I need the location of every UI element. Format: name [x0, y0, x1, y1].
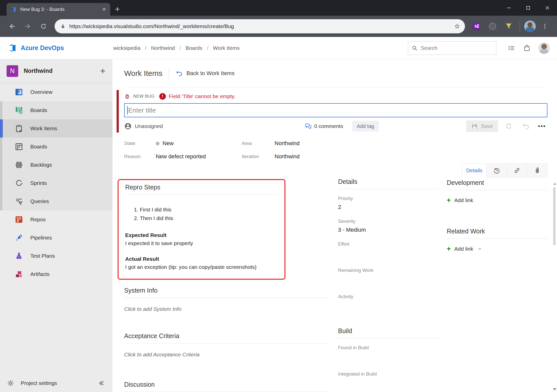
- undo-back-icon: [176, 70, 183, 77]
- back-to-work-items-link[interactable]: Back to Work Items: [176, 70, 234, 77]
- links-icon: [513, 167, 521, 174]
- expected-result-text[interactable]: I expected it to save properly: [125, 240, 278, 246]
- scrollbar-thumb[interactable]: [553, 187, 555, 245]
- title-input[interactable]: [124, 103, 547, 117]
- severity-label: Severity: [338, 219, 438, 224]
- sidebar-item-pipelines[interactable]: Pipelines: [0, 229, 113, 247]
- sidebar: N Northwind + Overview Boards Work Items: [0, 59, 113, 392]
- details-title: Details: [338, 178, 438, 189]
- url-text[interactable]: https://wicksipedia.visualstudio.com/Nor…: [69, 23, 450, 29]
- browser-tab[interactable]: New Bug 3: - Boards ✕: [7, 3, 110, 16]
- tab-attachments[interactable]: [527, 163, 547, 178]
- collapse-icon[interactable]: [97, 379, 105, 387]
- scroll-up-icon[interactable]: [553, 183, 556, 185]
- browser-titlebar: New Bug 3: - Boards ✕ +: [0, 0, 557, 16]
- area-value[interactable]: Northwind: [275, 140, 547, 147]
- artifacts-icon: [15, 270, 23, 278]
- scroll-down-icon[interactable]: [553, 388, 556, 390]
- sidebar-item-test-plans[interactable]: Test Plans: [0, 247, 113, 265]
- reason-value[interactable]: New defect reported: [156, 153, 242, 160]
- bookmark-star-icon[interactable]: [454, 23, 460, 30]
- breadcrumb-work-items[interactable]: Work Items: [213, 45, 240, 51]
- iteration-value[interactable]: Northwind: [275, 153, 547, 160]
- azure-devops-logo-icon: [7, 43, 17, 53]
- tab-close-icon[interactable]: ✕: [102, 7, 106, 12]
- found-in-build-value[interactable]: [338, 353, 438, 365]
- maximize-icon[interactable]: [519, 0, 538, 16]
- error-icon: !: [159, 93, 166, 100]
- back-icon[interactable]: [6, 20, 19, 33]
- comments-button[interactable]: 0 comments: [305, 123, 343, 130]
- test-plans-icon: [15, 252, 23, 260]
- history-icon: [493, 167, 501, 174]
- repro-steps-list[interactable]: First I did this Then I did this: [133, 205, 278, 223]
- add-tag-button[interactable]: Add tag: [352, 121, 379, 132]
- breadcrumb-boards[interactable]: Boards: [186, 45, 203, 51]
- url-bar[interactable]: https://wicksipedia.visualstudio.com/Nor…: [55, 19, 465, 33]
- priority-value[interactable]: 2: [338, 204, 438, 212]
- tab-history[interactable]: [487, 163, 507, 178]
- onenote-extension-icon[interactable]: N: [470, 19, 483, 33]
- browser-avatar[interactable]: [524, 20, 536, 32]
- form-scrollbar[interactable]: [552, 183, 556, 390]
- boards-icon: [15, 142, 23, 151]
- severity-value[interactable]: 3 - Medium: [338, 227, 438, 235]
- reload-icon[interactable]: [37, 20, 50, 33]
- related-work-add-link[interactable]: + Add link: [447, 246, 548, 252]
- actual-result-text[interactable]: I got an exception (tip: you can copy/pa…: [125, 264, 278, 270]
- more-actions-icon[interactable]: •••: [537, 123, 547, 130]
- assignee-picker[interactable]: Unassigned: [124, 122, 301, 130]
- effort-value[interactable]: [338, 249, 438, 261]
- tab-links[interactable]: [507, 163, 527, 178]
- browser-toolbar: https://wicksipedia.visualstudio.com/Nor…: [0, 16, 557, 37]
- state-fields: State New Area Northwind Reason New defe…: [124, 140, 547, 160]
- close-icon[interactable]: [538, 0, 557, 16]
- sidebar-item-artifacts[interactable]: Artifacts: [0, 265, 113, 283]
- sidebar-item-work-items[interactable]: Work Items: [0, 119, 113, 138]
- sidebar-item-label: Repos: [30, 216, 46, 223]
- search-input[interactable]: [421, 45, 493, 51]
- forward-icon[interactable]: [21, 20, 34, 33]
- acceptance-criteria-field[interactable]: Click to add Acceptance Criteria: [124, 352, 329, 358]
- sidebar-item-project-settings[interactable]: Project settings: [0, 374, 113, 392]
- pipelines-icon: [15, 233, 23, 242]
- remaining-work-value[interactable]: [338, 276, 438, 287]
- development-add-link[interactable]: + Add link: [447, 197, 548, 203]
- extension-icon[interactable]: [486, 19, 499, 33]
- sidebar-item-repos[interactable]: Repos: [0, 210, 113, 229]
- sidebar-item-label: Pipelines: [30, 235, 52, 241]
- state-dot: [156, 142, 160, 145]
- brand[interactable]: Azure DevOps: [7, 43, 113, 53]
- sidebar-item-boards[interactable]: Boards: [0, 138, 113, 156]
- funnel-extension-icon[interactable]: [502, 19, 516, 33]
- activity-value[interactable]: [338, 302, 438, 314]
- sidebar-item-queries[interactable]: Queries: [0, 192, 113, 210]
- work-item-tabs: Details: [124, 163, 547, 178]
- tasklist-icon[interactable]: [503, 41, 519, 55]
- work-item-type-label: NEW BUG: [133, 94, 155, 99]
- refresh-icon[interactable]: [502, 120, 515, 132]
- marketplace-bag-icon[interactable]: [519, 41, 535, 55]
- main-content: Work Items Back to Work Items NEW BUG ! …: [113, 59, 557, 392]
- browser-menu-icon[interactable]: [538, 20, 551, 33]
- system-info-field[interactable]: Click to add System Info: [124, 306, 329, 312]
- tab-details[interactable]: Details: [462, 163, 487, 178]
- add-project-icon[interactable]: +: [100, 67, 105, 75]
- breadcrumb-org[interactable]: wicksipedia: [113, 45, 140, 51]
- integrated-in-build-value[interactable]: [338, 379, 438, 391]
- sidebar-item-overview[interactable]: Overview: [0, 83, 113, 101]
- build-title: Build: [338, 327, 438, 338]
- undo-icon[interactable]: [519, 120, 532, 132]
- breadcrumb-project[interactable]: Northwind: [151, 45, 175, 51]
- new-tab-icon[interactable]: +: [115, 5, 120, 14]
- sidebar-item-label: Boards: [30, 144, 47, 150]
- save-button[interactable]: Save: [466, 120, 498, 132]
- header-avatar[interactable]: [538, 42, 550, 54]
- sidebar-item-sprints[interactable]: Sprints: [0, 174, 113, 192]
- project-row[interactable]: N Northwind +: [0, 59, 113, 83]
- minimize-icon[interactable]: [499, 0, 519, 16]
- state-value[interactable]: New: [156, 140, 242, 147]
- sidebar-item-boards-hub[interactable]: Boards: [0, 101, 113, 119]
- search-box[interactable]: [408, 41, 496, 55]
- sidebar-item-backlogs[interactable]: Backlogs: [0, 156, 113, 174]
